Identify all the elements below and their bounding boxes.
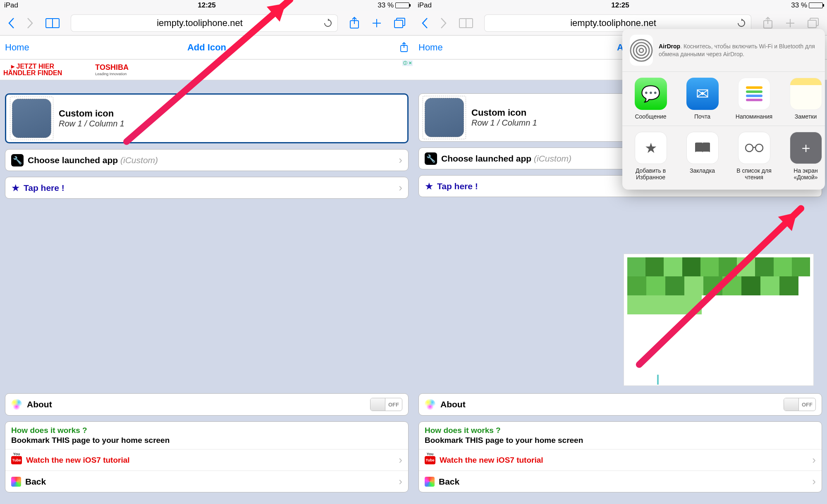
tabs-button[interactable] <box>807 17 820 29</box>
page-title: Add Icon <box>187 42 226 53</box>
ad-brand: TOSHIBALeading Innovation <box>95 63 129 76</box>
youtube-icon <box>425 456 435 464</box>
new-tab-button[interactable] <box>371 18 382 29</box>
device-label: iPad <box>4 1 18 10</box>
custom-icon-title: Custom icon <box>471 107 537 118</box>
icon-preview <box>425 98 464 137</box>
about-row[interactable]: About OFF <box>5 394 408 415</box>
share-mail[interactable]: ✉Почта <box>681 78 724 120</box>
clock: 12:25 <box>611 1 629 10</box>
about-toggle[interactable]: OFF <box>784 398 816 411</box>
back-row[interactable]: Back › <box>419 471 822 492</box>
back-button[interactable] <box>7 17 15 29</box>
back-icon <box>11 477 21 487</box>
svg-point-24 <box>746 144 753 152</box>
bookmark-action[interactable]: Закладка <box>681 132 724 181</box>
custom-icon-title: Custom icon <box>59 108 124 119</box>
share-messages[interactable]: 💬Сообщение <box>629 78 672 120</box>
ad-close-icon[interactable]: ⓘ ✕ <box>402 60 413 66</box>
share-actions-row: ★Добавить в Избранное Закладка В список … <box>622 126 825 186</box>
status-bar: iPad 12:25 33 % <box>0 0 414 11</box>
add-home-screen[interactable]: ＋На экран «Домой» <box>784 132 825 181</box>
svg-marker-2 <box>328 19 330 21</box>
status-bar: iPad 12:25 33 % <box>414 0 827 11</box>
chevron-right-icon: › <box>812 475 816 488</box>
forward-button[interactable] <box>440 17 447 29</box>
clock: 12:25 <box>198 1 215 10</box>
book-icon <box>686 132 719 164</box>
watch-tutorial-row[interactable]: Watch the new iOS7 tutorial › <box>419 449 822 471</box>
chevron-right-icon: › <box>399 454 402 466</box>
tap-here-row[interactable]: ★ Tap here ! › <box>5 177 408 198</box>
reading-list[interactable]: В список для чтения <box>732 132 776 181</box>
svg-point-25 <box>755 144 763 152</box>
reminders-icon <box>738 78 770 110</box>
messages-icon: 💬 <box>635 78 667 110</box>
youtube-icon <box>11 456 22 464</box>
right-pane: iPad 12:25 33 % iempty.tooliphone.net Ho… <box>414 0 827 504</box>
forward-button[interactable] <box>26 17 34 29</box>
star-icon: ★ <box>11 182 20 194</box>
about-row[interactable]: About OFF <box>419 394 822 415</box>
svg-rect-8 <box>394 20 403 28</box>
share-reminders[interactable]: Напоминания <box>732 78 776 120</box>
share-button[interactable] <box>349 17 360 30</box>
safari-toolbar: iempty.tooliphone.net <box>0 11 414 36</box>
custom-icon-card[interactable]: Custom icon Row 1 / Column 1 <box>5 93 409 143</box>
url-text: iempty.tooliphone.net <box>490 18 737 29</box>
add-favorites[interactable]: ★Добавить в Избранное <box>629 132 672 181</box>
notes-icon <box>790 78 822 110</box>
chevron-right-icon: › <box>812 454 816 466</box>
help-text-row: How does it works ? Bookmark THIS page t… <box>5 422 408 449</box>
svg-marker-13 <box>741 19 743 21</box>
airdrop-icon <box>630 35 653 66</box>
back-icon <box>425 477 435 487</box>
back-row[interactable]: Back › <box>5 471 408 492</box>
battery-icon <box>809 2 823 8</box>
svg-rect-19 <box>808 20 816 28</box>
battery-icon <box>395 2 409 8</box>
about-card: About OFF <box>5 393 409 416</box>
share-sheet: AirDrop. Коснитесь, чтобы включить Wi-Fi… <box>622 29 825 190</box>
about-card: About OFF <box>418 393 822 416</box>
page-header: Home Add Icon <box>0 36 414 59</box>
reload-icon[interactable] <box>323 19 332 28</box>
bookmarks-icon[interactable] <box>459 18 473 29</box>
device-label: iPad <box>418 1 432 10</box>
about-icon <box>425 399 435 410</box>
tap-here-card: ★ Tap here ! › <box>5 177 409 199</box>
chevron-right-icon: › <box>399 154 402 166</box>
back-button[interactable] <box>421 17 428 29</box>
chevron-right-icon: › <box>399 181 402 194</box>
about-toggle[interactable]: OFF <box>370 398 402 411</box>
wrench-icon: 🔧 <box>425 152 437 165</box>
mail-icon: ✉ <box>686 78 719 110</box>
share-notes[interactable]: Заметки <box>784 78 825 120</box>
tabs-button[interactable] <box>394 17 406 29</box>
share-button[interactable] <box>762 17 773 30</box>
airdrop-section[interactable]: AirDrop. Коснитесь, чтобы включить Wi-Fi… <box>622 29 825 72</box>
help-text-row: How does it works ? Bookmark THIS page t… <box>419 422 822 449</box>
page-share-icon[interactable] <box>399 42 409 53</box>
choose-launched-row[interactable]: 🔧 Choose launched app (iCustom) › <box>5 150 408 171</box>
url-bar[interactable]: iempty.tooliphone.net <box>71 15 337 31</box>
left-pane: iPad 12:25 33 % iempty.tooliphone.net Ho… <box>0 0 414 504</box>
home-link[interactable]: Home <box>5 42 29 53</box>
plus-icon: ＋ <box>790 132 822 164</box>
url-text: iempty.tooliphone.net <box>76 18 323 29</box>
star-icon: ★ <box>635 132 667 164</box>
bookmarks-icon[interactable] <box>45 18 60 29</box>
battery-status: 33 % <box>791 1 823 10</box>
watch-tutorial-row[interactable]: Watch the new iOS7 tutorial › <box>5 449 408 471</box>
star-icon: ★ <box>425 181 434 192</box>
glasses-icon <box>738 132 770 164</box>
help-card: How does it works ? Bookmark THIS page t… <box>5 421 409 492</box>
svg-point-21 <box>636 45 646 55</box>
chevron-right-icon: › <box>399 475 402 488</box>
launched-app-card: 🔧 Choose launched app (iCustom) › <box>5 149 409 171</box>
content-preview <box>624 254 814 386</box>
svg-point-20 <box>639 48 643 52</box>
wrench-icon: 🔧 <box>11 154 24 166</box>
home-link[interactable]: Home <box>418 42 443 53</box>
reload-icon[interactable] <box>737 19 746 28</box>
